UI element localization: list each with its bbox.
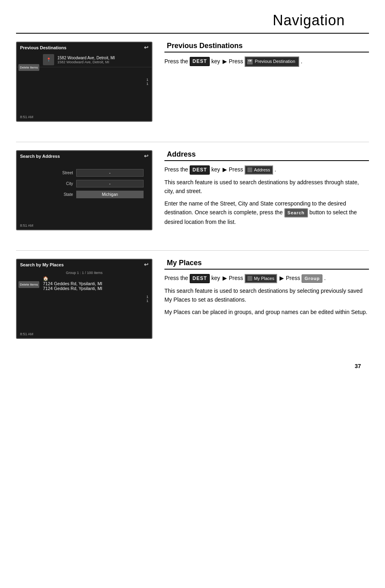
input-state[interactable]: Michigan [76,191,144,198]
timestamp-3: 8:51 AM [20,332,33,336]
screen-previous-destinations: Previous Destinations ↩ 📍 1582 Woodward … [16,42,152,122]
right-numbers-1: 1 1 [146,78,148,86]
page-title: Navigation [16,12,345,29]
press-the-3: Press the [164,275,188,281]
item-text-1: 1582 Woodward Ave, Detroit, MI 1582 Wood… [57,56,115,64]
prev-dest-badge: 🗺 Previous Destination [245,56,299,67]
timestamp-1: 8:51 AM [20,115,33,119]
item-icon-1: 📍 [43,54,54,65]
body-p2-3: This search feature is used to search de… [164,286,369,304]
item-sub-1: 1582 Woodward Ave, Detroit, MI [57,60,115,64]
main-content: Previous Destinations ↩ 📍 1582 Woodward … [0,34,385,359]
screen-title-bar-3: Search by My Places ↩ [17,260,152,270]
body-p3-2: Enter the name of the Street, City and S… [164,199,369,227]
side-panel-3: Delete Items [17,280,41,290]
dest-key-1: DEST [190,57,210,66]
period-2: . [274,166,276,173]
label-state: State [49,192,73,197]
form-row-street: Street - [49,169,144,177]
arrow-2: ▶ [223,167,227,173]
press2-2: Press [229,166,243,173]
form-area: Street - City - State Michigan [17,161,152,205]
group-header: Group 1 : 1 / 100 items [17,270,152,276]
myplaces-label: My Places [254,275,274,282]
body-p1-1: Press the DEST key ▶ Press 🗺 Previous De… [164,56,369,67]
myplaces-badge: My Places [245,274,277,284]
screen-my-places: Search by My Places ↩ Group 1 : 1 / 100 … [16,259,152,339]
dest-key-2: DEST [190,165,210,175]
form-row-city: City - [49,180,144,187]
text-panel-3: My Places Press the DEST key ▶ Press My … [164,259,369,320]
screen-title-2: Search by Address [20,154,60,159]
body-p3-3: My Places can be placed in groups, and g… [164,308,369,316]
text-panel-1: Previous Destinations Press the DEST key… [164,42,369,70]
prev-dest-label: Previous Destination [255,58,295,65]
page-number: 37 [0,359,385,373]
delete-btn-3[interactable]: Delete Items [18,281,39,288]
back-arrow-3: ↩ [144,262,148,268]
item-sub-3: 7124 Geddes Rd, Ypsilanti, MI [43,286,152,291]
address-icon [247,167,252,172]
arrow-3a: ▶ [223,275,227,281]
input-street[interactable]: - [76,169,144,177]
heading-2: Address [164,150,369,161]
press2-3: Press [229,275,243,281]
screen-title-3: Search by My Places [20,262,64,267]
dest-key-3: DEST [190,274,210,283]
text-panel-2: Address Press the DEST key ▶ Press Addre… [164,150,369,230]
screen-title-1: Previous Destinations [20,45,67,50]
page-title-bar: Navigation [16,0,369,34]
myplaces-icon [247,276,252,281]
body-p1-2: Press the DEST key ▶ Press Address . [164,165,369,175]
heading-1: Previous Destinations [164,42,369,52]
form-row-state: State Michigan [49,191,144,198]
item-text-3: 7124 Geddes Rd, Ypsilanti, MI 7124 Gedde… [43,281,152,291]
screen-title-bar-1: Previous Destinations ↩ [17,42,152,52]
back-arrow-2: ↩ [144,153,148,159]
period-3: . [324,275,326,281]
heading-3: My Places [164,259,369,270]
right-numbers-3: 1 1 [146,295,148,303]
screen-title-bar-2: Search by Address ↩ [17,151,152,161]
body-2: Press the DEST key ▶ Press Address . Thi… [164,165,369,227]
divider-2 [16,250,369,251]
body-1: Press the DEST key ▶ Press 🗺 Previous De… [164,56,369,67]
arrow-3b: ▶ [280,275,284,281]
press-the-2: Press the [164,166,188,173]
delete-btn-1[interactable]: Delete Items [18,64,39,71]
item-main-3: 7124 Geddes Rd, Ypsilanti, MI [43,281,152,286]
label-city: City [49,181,73,186]
body-p1-3: Press the DEST key ▶ Press My Places ▶ P… [164,274,369,283]
side-panel-1: Delete Items [17,62,41,72]
period-1: . [301,58,302,64]
press-the-1: Press the [164,58,188,64]
search-btn-badge: Search [284,208,308,218]
body-3: Press the DEST key ▶ Press My Places ▶ P… [164,274,369,316]
item-icon-3: 🏠 [43,276,152,281]
address-badge: Address [245,165,273,175]
screen-address: Search by Address ↩ Street - City - Stat… [16,150,152,230]
item-main-1: 1582 Woodward Ave, Detroit, MI [57,56,115,60]
section-previous-destinations: Previous Destinations ↩ 📍 1582 Woodward … [16,42,369,122]
input-city[interactable]: - [76,180,144,187]
address-label: Address [254,167,270,174]
prev-dest-icon: 🗺 [247,59,253,64]
press2-1: Press [229,58,243,64]
arrow-1: ▶ [223,58,227,64]
back-arrow-1: ↩ [144,44,148,50]
section-my-places: Search by My Places ↩ Group 1 : 1 / 100 … [16,259,369,339]
body-p2-2: This search feature is used to search de… [164,178,369,196]
press3-3: Press [286,275,300,281]
label-street: Street [49,171,73,175]
section-address: Search by Address ↩ Street - City - Stat… [16,150,369,230]
divider-1 [16,142,369,142]
timestamp-2: 8:51 AM [20,224,33,228]
group-btn-badge: Group [302,274,322,283]
